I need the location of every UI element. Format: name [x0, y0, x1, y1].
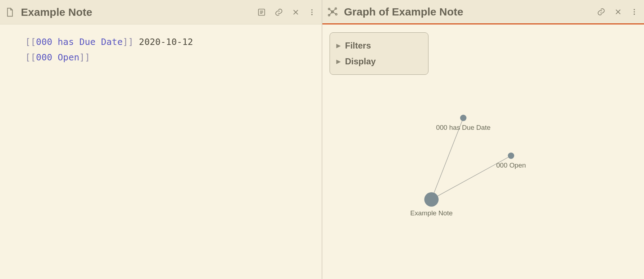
graph-content[interactable]: Example Note000 has Due Date000 Open ▶ F…: [322, 24, 644, 279]
bracket-close: ]]: [80, 52, 90, 63]
note-title: Example Note: [21, 6, 251, 18]
svg-line-15: [332, 8, 336, 12]
note-pane: Example Note: [0, 0, 322, 279]
filters-toggle[interactable]: ▶ Filters: [335, 38, 419, 54]
note-header: Example Note: [0, 0, 322, 24]
svg-point-7: [311, 12, 313, 13]
link-icon[interactable]: [597, 7, 606, 17]
graph-pane: Graph of Example Note Example No: [322, 0, 644, 279]
graph-node[interactable]: [460, 115, 467, 121]
internal-link[interactable]: 000 has Due Date: [36, 37, 123, 47]
display-label: Display: [345, 56, 376, 67]
note-editor[interactable]: [[000 has Due Date]] 2020-10-12 [[000 Op…: [0, 24, 322, 75]
graph-title: Graph of Example Note: [344, 6, 591, 18]
bracket-close: ]]: [123, 37, 133, 47]
internal-link[interactable]: 000 Open: [36, 52, 79, 63]
line-text: 2020-10-12: [133, 37, 193, 47]
graph-header: Graph of Example Note: [322, 0, 644, 24]
graph-node-label: 000 Open: [496, 161, 526, 169]
svg-line-14: [329, 9, 332, 12]
editor-line[interactable]: [[000 has Due Date]] 2020-10-12: [25, 35, 309, 50]
more-icon[interactable]: [630, 7, 638, 17]
close-icon[interactable]: [291, 8, 300, 17]
filters-label: Filters: [345, 41, 371, 51]
graph-settings-panel: ▶ Filters ▶ Display: [330, 32, 428, 75]
chevron-right-icon: ▶: [336, 42, 341, 49]
close-icon[interactable]: [614, 8, 622, 16]
svg-point-20: [634, 9, 635, 10]
note-content[interactable]: [[000 has Due Date]] 2020-10-12 [[000 Op…: [0, 24, 322, 279]
note-header-actions: [257, 8, 316, 17]
graph-header-actions: [597, 7, 638, 17]
graph-node-label: 000 has Due Date: [436, 124, 491, 131]
bracket-open: [[: [25, 52, 36, 63]
graph-icon: [327, 6, 338, 18]
document-icon: [4, 7, 15, 18]
graph-node[interactable]: [508, 152, 514, 159]
svg-point-8: [311, 14, 313, 15]
bracket-open: [[: [25, 37, 36, 47]
chevron-right-icon: ▶: [336, 58, 341, 65]
link-icon[interactable]: [274, 8, 284, 17]
svg-point-21: [634, 11, 635, 13]
reading-view-icon[interactable]: [257, 8, 266, 17]
graph-node[interactable]: [424, 192, 439, 207]
svg-point-6: [311, 9, 313, 10]
editor-line[interactable]: [[000 Open]]: [25, 50, 309, 65]
graph-node-label: Example Note: [410, 209, 453, 217]
more-icon[interactable]: [308, 8, 316, 17]
display-toggle[interactable]: ▶ Display: [335, 54, 419, 69]
svg-point-22: [634, 13, 635, 15]
svg-line-16: [329, 12, 332, 15]
